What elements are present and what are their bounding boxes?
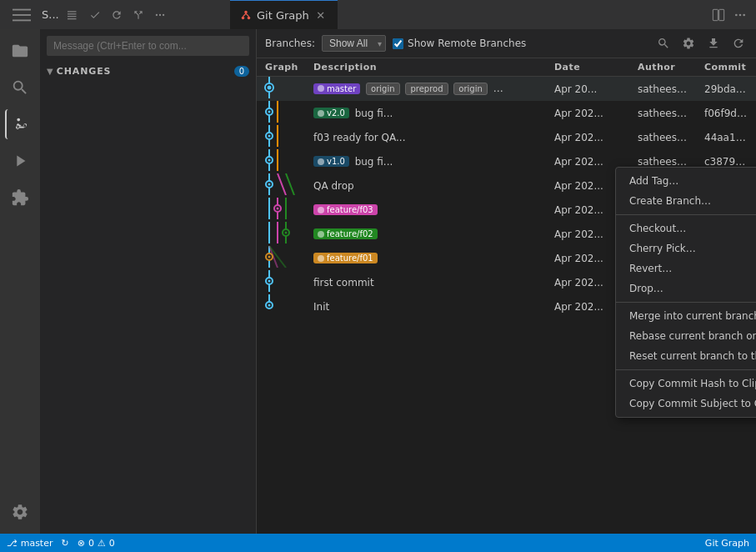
col-header-author: Author xyxy=(631,58,698,77)
desc-cell-4: v1.0 bug fi... xyxy=(307,149,548,173)
menu-rebase[interactable]: Rebase current branch on this Commit… xyxy=(616,326,756,346)
col-header-date: Date xyxy=(548,58,631,77)
svg-point-54 xyxy=(268,256,271,258)
svg-point-11 xyxy=(242,17,245,20)
date-cell-2: Apr 202... xyxy=(548,101,631,125)
git-graph-status[interactable]: Git Graph xyxy=(705,538,749,549)
check-icon[interactable] xyxy=(86,6,104,24)
graph-cell-4 xyxy=(257,149,307,173)
titlebar-right-actions xyxy=(709,6,749,24)
menu-drop[interactable]: Drop… xyxy=(616,279,756,299)
changes-section[interactable]: ▼ CHANGES 0 xyxy=(40,63,256,80)
badge-release: release xyxy=(493,83,541,94)
svg-rect-4 xyxy=(68,13,77,14)
menu-copy-hash[interactable]: Copy Commit Hash to Clipboard xyxy=(616,374,756,394)
activity-run[interactable] xyxy=(5,146,35,176)
col-header-description: Description xyxy=(307,58,548,77)
titlebar-left: S... xyxy=(7,0,223,30)
menu-add-tag[interactable]: Add Tag… xyxy=(616,171,756,191)
commit-cell-3: 44aa1c1e xyxy=(698,125,756,149)
svg-point-39 xyxy=(268,183,271,186)
activity-settings[interactable] xyxy=(5,497,35,527)
svg-point-9 xyxy=(163,13,164,15)
desc-cell-6: feature/f03 xyxy=(307,198,548,222)
commit-message-input[interactable] xyxy=(47,36,249,56)
editor-layout-icon[interactable] xyxy=(709,6,728,24)
svg-line-37 xyxy=(286,173,294,195)
git-graph-label: Git Graph xyxy=(705,538,749,549)
more-icon[interactable] xyxy=(151,6,169,24)
menu-reset[interactable]: Reset current branch to this Commit… xyxy=(616,346,756,366)
svg-point-17 xyxy=(735,13,738,16)
svg-point-44 xyxy=(277,208,279,210)
activity-extensions[interactable] xyxy=(5,183,35,213)
content-area: Branches: Show All ▾ Show Remote Branche… xyxy=(257,29,756,534)
context-menu: Add Tag… Create Branch… Checkout… Cherry… xyxy=(615,167,756,418)
commit-cell-1: 29bda252 xyxy=(698,77,756,102)
activity-explorer[interactable] xyxy=(5,36,35,66)
badge-v1: v1.0 xyxy=(313,156,349,167)
svg-rect-3 xyxy=(68,11,77,12)
list-view-icon[interactable] xyxy=(64,6,83,24)
menu-checkout[interactable]: Checkout… xyxy=(616,218,756,238)
author-cell-1: satheesh v xyxy=(631,77,698,102)
svg-point-10 xyxy=(244,11,248,14)
settings-button[interactable] xyxy=(679,34,698,53)
sync-icon: ↻ xyxy=(61,538,68,549)
changes-badge: 0 xyxy=(234,66,249,77)
download-button[interactable] xyxy=(704,34,723,53)
warning-icon: ⊗ xyxy=(78,538,85,549)
graph-toolbar: Branches: Show All ▾ Show Remote Branche… xyxy=(257,29,756,58)
svg-rect-1 xyxy=(13,14,31,16)
menu-cherry-pick[interactable]: Cherry Pick… xyxy=(616,238,756,258)
graph-cell-8 xyxy=(257,246,307,270)
menu-create-branch[interactable]: Create Branch… xyxy=(616,191,756,211)
activity-source-control[interactable] xyxy=(5,109,35,139)
graph-container[interactable]: Graph Description Date Author Commit xyxy=(257,58,756,534)
desc-cell-2: v2.0 bug fi... xyxy=(307,101,548,125)
graph-cell-9 xyxy=(257,270,307,294)
menu-divider-3 xyxy=(616,369,756,370)
refresh-graph-button[interactable] xyxy=(729,34,748,53)
desc-cell-10: Init xyxy=(307,294,548,319)
graph-cell-1 xyxy=(257,77,307,102)
svg-rect-16 xyxy=(719,9,724,20)
menu-copy-subject[interactable]: Copy Commit Subject to Clipboard xyxy=(616,394,756,414)
svg-rect-0 xyxy=(13,8,31,10)
svg-rect-15 xyxy=(713,9,718,20)
app-menu-icon[interactable] xyxy=(7,0,37,30)
section-arrow: ▼ xyxy=(47,67,53,76)
svg-point-22 xyxy=(268,86,272,90)
sync-status[interactable]: ↻ xyxy=(61,538,68,549)
branch-name: master xyxy=(21,538,53,549)
show-remote-checkbox[interactable] xyxy=(393,38,403,49)
svg-point-8 xyxy=(158,13,160,15)
more-options-icon[interactable] xyxy=(731,6,749,24)
badge-v2: v2.0 xyxy=(313,108,349,118)
search-button[interactable] xyxy=(654,34,673,53)
svg-line-13 xyxy=(243,13,247,17)
split-icon[interactable] xyxy=(129,6,148,24)
show-remote-label[interactable]: Show Remote Branches xyxy=(393,38,526,49)
branches-select-wrapper: Show All ▾ xyxy=(322,35,386,52)
tab-close-button[interactable]: ✕ xyxy=(314,8,328,22)
table-row[interactable]: f03 ready for QA... Apr 202... satheesh … xyxy=(257,125,756,149)
author-cell-2: satheesh v xyxy=(631,101,698,125)
menu-revert[interactable]: Revert… xyxy=(616,258,756,279)
svg-point-49 xyxy=(285,232,288,234)
svg-point-26 xyxy=(268,111,271,113)
svg-point-12 xyxy=(248,17,251,20)
svg-rect-6 xyxy=(68,18,77,19)
error-count: 0 xyxy=(109,538,115,549)
refresh-icon[interactable] xyxy=(108,6,126,24)
git-graph-tab[interactable]: Git Graph ✕ xyxy=(230,0,338,29)
table-row[interactable]: master origin preprod origin release ori… xyxy=(257,77,756,102)
branch-status[interactable]: ⎇ master xyxy=(7,538,53,549)
activity-search[interactable] xyxy=(5,73,35,103)
menu-merge[interactable]: Merge into current branch… xyxy=(616,306,756,326)
table-row[interactable]: v2.0 bug fi... Apr 202... satheesh v f06… xyxy=(257,101,756,125)
warning-status[interactable]: ⊗ 0 ⚠ 0 xyxy=(78,538,115,549)
graph-cell-7 xyxy=(257,222,307,246)
branches-select[interactable]: Show All xyxy=(322,35,386,52)
sidebar-title: S... xyxy=(42,8,59,21)
